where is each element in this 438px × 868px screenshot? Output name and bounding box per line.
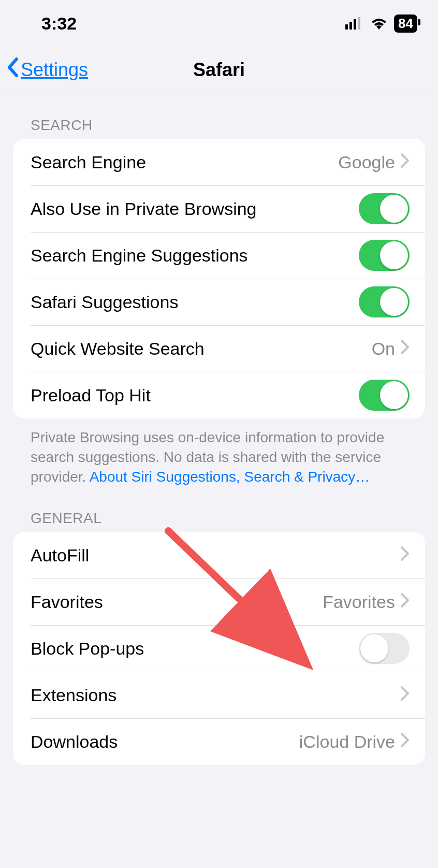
toggle-preload-top-hit[interactable] — [359, 380, 410, 411]
row-search-engine[interactable]: Search Engine Google — [13, 139, 425, 185]
row-value: Favorites — [323, 592, 395, 612]
cellular-icon — [345, 13, 364, 34]
group-general: AutoFill Favorites Favorites Block Pop-u… — [13, 532, 425, 765]
row-preload-top-hit: Preload Top Hit — [13, 372, 425, 418]
wifi-icon — [370, 13, 388, 34]
section-header-general: GENERAL — [13, 486, 425, 532]
svg-rect-0 — [345, 24, 348, 30]
svg-rect-1 — [349, 22, 352, 30]
row-extensions[interactable]: Extensions — [13, 672, 425, 718]
status-icons: 84 — [345, 13, 417, 34]
row-label: Search Engine Suggestions — [31, 245, 359, 266]
row-value: On — [372, 339, 395, 359]
chevron-right-icon — [400, 339, 410, 359]
chevron-right-icon — [400, 152, 410, 172]
row-label: Block Pop-ups — [31, 639, 359, 659]
row-label: Preload Top Hit — [31, 385, 359, 406]
content-area: SEARCH Search Engine Google Also Use in … — [0, 93, 438, 765]
toggle-safari-suggestions[interactable] — [359, 286, 410, 317]
row-engine-suggestions: Search Engine Suggestions — [13, 232, 425, 279]
toggle-engine-suggestions[interactable] — [359, 240, 410, 271]
row-label: Downloads — [31, 732, 299, 752]
row-label: Extensions — [31, 685, 400, 705]
section-footer-search: Private Browsing uses on-device informat… — [13, 418, 425, 486]
row-downloads[interactable]: Downloads iCloud Drive — [13, 718, 425, 765]
chevron-right-icon — [400, 685, 410, 705]
chevron-right-icon — [400, 592, 410, 612]
row-label: AutoFill — [31, 545, 400, 566]
row-value: Google — [338, 152, 395, 172]
navigation-bar: Settings Safari — [0, 47, 438, 93]
back-label: Settings — [21, 59, 88, 81]
row-label: Favorites — [31, 592, 323, 612]
chevron-right-icon — [400, 732, 410, 752]
chevron-right-icon — [400, 545, 410, 566]
row-quick-website-search[interactable]: Quick Website Search On — [13, 325, 425, 372]
battery-icon: 84 — [394, 15, 417, 33]
row-value: iCloud Drive — [299, 732, 395, 752]
row-safari-suggestions: Safari Suggestions — [13, 279, 425, 325]
toggle-block-popups[interactable] — [359, 633, 410, 664]
row-block-popups: Block Pop-ups — [13, 625, 425, 672]
back-button[interactable]: Settings — [6, 57, 88, 82]
svg-rect-3 — [358, 17, 360, 30]
row-autofill[interactable]: AutoFill — [13, 532, 425, 578]
row-favorites[interactable]: Favorites Favorites — [13, 578, 425, 625]
status-bar: 3:32 84 — [0, 0, 438, 47]
svg-rect-2 — [354, 19, 356, 30]
group-search: Search Engine Google Also Use in Private… — [13, 139, 425, 418]
row-private-browsing: Also Use in Private Browsing — [13, 185, 425, 232]
row-label: Search Engine — [31, 152, 338, 172]
toggle-private-browsing[interactable] — [359, 193, 410, 224]
chevron-left-icon — [6, 57, 20, 82]
status-time: 3:32 — [41, 13, 77, 34]
row-label: Also Use in Private Browsing — [31, 199, 359, 219]
row-label: Quick Website Search — [31, 339, 372, 359]
section-header-search: SEARCH — [13, 93, 425, 139]
about-suggestions-link[interactable]: About Siri Suggestions, Search & Privacy… — [90, 469, 370, 485]
page-title: Safari — [193, 59, 245, 81]
row-label: Safari Suggestions — [31, 292, 359, 312]
